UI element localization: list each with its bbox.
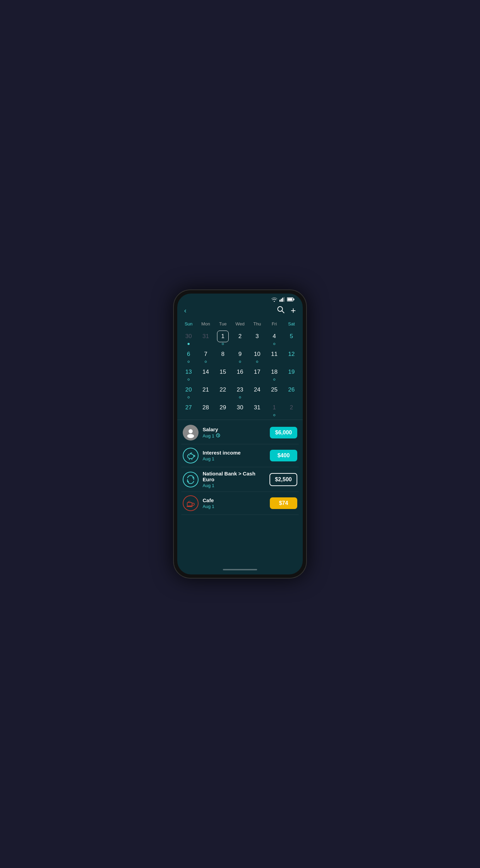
cal-event-dot bbox=[256, 361, 258, 363]
day-name-mon: Mon bbox=[197, 320, 214, 328]
cal-date-num: 4 bbox=[268, 331, 280, 342]
cal-date-num: 6 bbox=[183, 348, 194, 360]
cal-cell-30-w0[interactable]: 30 bbox=[180, 329, 197, 347]
transaction-item-nationalbank[interactable]: National Bank > Cash EuroAug 1$2,500 bbox=[181, 467, 299, 492]
transaction-item-interest[interactable]: Interest incomeAug 1$400 bbox=[181, 444, 299, 467]
cal-cell-28-w4[interactable]: 28 bbox=[197, 400, 214, 418]
transaction-list: SalaryAug 1$6,000 Interest incomeAug 1$4… bbox=[177, 421, 303, 565]
phone-screen: ‹ + Sun Mon Tue Wed Thu bbox=[177, 294, 303, 574]
tx-date-nationalbank: Aug 1 bbox=[203, 483, 265, 488]
svg-rect-3 bbox=[284, 297, 285, 302]
cal-date-num: 28 bbox=[200, 402, 212, 413]
cal-date-num: 7 bbox=[200, 348, 212, 360]
cal-cell-23-w3[interactable]: 23 bbox=[231, 383, 249, 400]
cal-date-num: 5 bbox=[286, 331, 297, 342]
tx-icon-coffee bbox=[183, 495, 199, 511]
back-today[interactable]: ‹ bbox=[184, 307, 188, 314]
cal-cell-21-w3[interactable]: 21 bbox=[197, 383, 214, 400]
cal-date-num: 10 bbox=[251, 348, 263, 360]
cal-cell-20-w3[interactable]: 20 bbox=[180, 383, 197, 400]
cal-cell-15-w2[interactable]: 15 bbox=[214, 365, 231, 383]
cal-date-num: 27 bbox=[183, 402, 194, 413]
cal-event-dot bbox=[205, 361, 207, 363]
cal-cell-22-w3[interactable]: 22 bbox=[214, 383, 231, 400]
phone-frame: ‹ + Sun Mon Tue Wed Thu bbox=[173, 289, 307, 579]
tx-amount-interest[interactable]: $400 bbox=[270, 450, 297, 461]
cal-cell-31-w4[interactable]: 31 bbox=[249, 400, 266, 418]
tx-amount-cafe[interactable]: $74 bbox=[270, 497, 297, 509]
svg-rect-15 bbox=[187, 503, 192, 506]
add-button[interactable]: + bbox=[291, 305, 296, 316]
header-action-icons: + bbox=[277, 305, 296, 316]
cal-cell-31-w0[interactable]: 31 bbox=[197, 329, 214, 347]
cal-date-num: 19 bbox=[286, 366, 297, 378]
cal-cell-17-w2[interactable]: 17 bbox=[249, 365, 266, 383]
tx-icon-piggy bbox=[183, 448, 199, 463]
cal-event-dot bbox=[188, 361, 190, 363]
cal-cell-4-w0[interactable]: 4 bbox=[266, 329, 283, 347]
tx-title-nationalbank: National Bank > Cash Euro bbox=[203, 471, 265, 482]
cal-date-num: 14 bbox=[200, 366, 212, 378]
svg-point-7 bbox=[278, 307, 283, 311]
cal-cell-19-w2[interactable]: 19 bbox=[283, 365, 300, 383]
cal-event-dot bbox=[239, 396, 241, 398]
cal-date-num: 2 bbox=[234, 331, 246, 342]
tx-info-cafe: CafeAug 1 bbox=[203, 497, 266, 509]
cal-cell-2-w4[interactable]: 2 bbox=[283, 400, 300, 418]
tx-amount-nationalbank[interactable]: $2,500 bbox=[269, 473, 297, 486]
cal-cell-26-w3[interactable]: 26 bbox=[283, 383, 300, 400]
cal-cell-25-w3[interactable]: 25 bbox=[266, 383, 283, 400]
day-name-wed: Wed bbox=[231, 320, 249, 328]
tx-title-salary: Salary bbox=[203, 426, 266, 432]
tx-info-nationalbank: National Bank > Cash EuroAug 1 bbox=[203, 471, 265, 488]
cal-cell-18-w2[interactable]: 18 bbox=[266, 365, 283, 383]
cal-event-dot bbox=[273, 414, 275, 416]
cal-cell-9-w1[interactable]: 9 bbox=[231, 347, 249, 365]
tx-icon-transfer bbox=[183, 472, 199, 487]
cal-cell-8-w1[interactable]: 8 bbox=[214, 347, 231, 365]
calendar-header: ‹ + bbox=[177, 303, 303, 320]
cal-cell-30-w4[interactable]: 30 bbox=[231, 400, 249, 418]
transaction-item-cafe[interactable]: CafeAug 1$74 bbox=[181, 492, 299, 515]
tx-icon-person bbox=[183, 425, 199, 441]
cal-cell-16-w2[interactable]: 16 bbox=[231, 365, 249, 383]
cal-date-num: 1 bbox=[217, 331, 229, 342]
calendar-dates: 3031123456789101112131415161718192021222… bbox=[180, 329, 300, 418]
cal-cell-10-w1[interactable]: 10 bbox=[249, 347, 266, 365]
cal-cell-11-w1[interactable]: 11 bbox=[266, 347, 283, 365]
tx-title-interest: Interest income bbox=[203, 450, 266, 456]
cal-cell-27-w4[interactable]: 27 bbox=[180, 400, 197, 418]
svg-rect-6 bbox=[293, 299, 295, 300]
search-button[interactable] bbox=[277, 306, 285, 315]
status-bar bbox=[177, 294, 303, 303]
svg-point-9 bbox=[189, 429, 193, 433]
cal-date-num: 26 bbox=[286, 384, 297, 396]
day-name-sat: Sat bbox=[283, 320, 300, 328]
home-bar bbox=[223, 569, 257, 570]
cal-cell-1-w4[interactable]: 1 bbox=[266, 400, 283, 418]
svg-rect-5 bbox=[288, 298, 292, 301]
signal-icon bbox=[279, 297, 285, 302]
cal-cell-12-w1[interactable]: 12 bbox=[283, 347, 300, 365]
cal-cell-1-w0[interactable]: 1 bbox=[214, 329, 231, 347]
cal-cell-14-w2[interactable]: 14 bbox=[197, 365, 214, 383]
back-chevron-icon: ‹ bbox=[184, 307, 187, 314]
cal-cell-7-w1[interactable]: 7 bbox=[197, 347, 214, 365]
cal-cell-6-w1[interactable]: 6 bbox=[180, 347, 197, 365]
cal-cell-24-w3[interactable]: 24 bbox=[249, 383, 266, 400]
cal-cell-29-w4[interactable]: 29 bbox=[214, 400, 231, 418]
cal-date-num: 17 bbox=[251, 366, 263, 378]
transaction-item-salary[interactable]: SalaryAug 1$6,000 bbox=[181, 421, 299, 444]
cal-date-num: 29 bbox=[217, 402, 229, 413]
tx-amount-salary[interactable]: $6,000 bbox=[270, 427, 297, 438]
cal-cell-5-w0[interactable]: 5 bbox=[283, 329, 300, 347]
tx-title-cafe: Cafe bbox=[203, 497, 266, 503]
cal-cell-2-w0[interactable]: 2 bbox=[231, 329, 249, 347]
cal-cell-3-w0[interactable]: 3 bbox=[249, 329, 266, 347]
svg-rect-1 bbox=[281, 299, 282, 302]
cal-date-num: 25 bbox=[268, 384, 280, 396]
tx-info-salary: SalaryAug 1 bbox=[203, 426, 266, 439]
cal-cell-13-w2[interactable]: 13 bbox=[180, 365, 197, 383]
tx-date-salary: Aug 1 bbox=[203, 433, 266, 439]
cal-date-num: 30 bbox=[183, 331, 194, 342]
